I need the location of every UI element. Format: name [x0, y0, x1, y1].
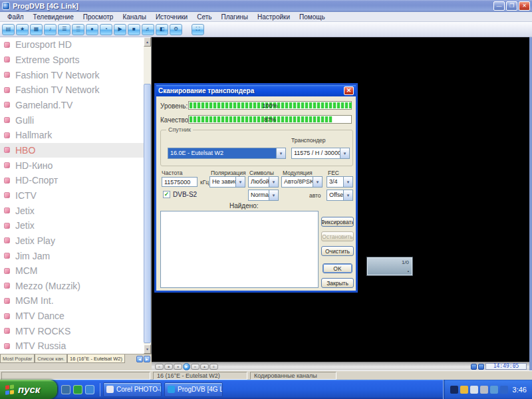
dialog-close-button[interactable]: Закрыть	[321, 278, 354, 288]
menu-item[interactable]: Помощь	[295, 13, 330, 21]
symbols-select[interactable]: Любой▼	[248, 176, 279, 188]
channel-row[interactable]: HD-Кино	[0, 158, 144, 173]
epg-button[interactable]: ▒	[72, 24, 84, 35]
player-button[interactable]: ■	[164, 364, 173, 370]
menu-item[interactable]: Файл	[3, 13, 29, 21]
rolloff-select[interactable]: Normal▼	[248, 190, 279, 201]
ie-icon[interactable]	[61, 385, 70, 394]
teletext-button[interactable]: ☰	[58, 24, 70, 35]
satellite-select[interactable]: 16.0E - Eutelsat W2▼	[168, 148, 286, 159]
polarization-select[interactable]: Не завис.▼	[209, 176, 245, 188]
channel-row[interactable]: Eurosport HD	[0, 37, 144, 53]
channel-row[interactable]: Gulli	[0, 112, 144, 128]
mute-button[interactable]: ♬	[142, 24, 154, 35]
desktop-icon[interactable]	[85, 385, 94, 394]
volume-icon[interactable]	[480, 386, 488, 394]
antivirus-icon[interactable]	[460, 386, 468, 394]
stop-button[interactable]: ■	[128, 24, 140, 35]
settings-button[interactable]: ⚙	[170, 24, 182, 35]
video-button[interactable]: ▦	[30, 24, 43, 35]
scan-transponder-dialog: Сканирование транспондера ✕ Уровень: 100…	[154, 83, 358, 293]
channel-row[interactable]: Jim Jam	[0, 248, 144, 263]
media-player-icon[interactable]	[73, 385, 82, 394]
channel-name: HBO	[15, 145, 35, 156]
channel-row[interactable]: MTV Dance	[0, 309, 144, 324]
channel-list-scrollbar[interactable]: ▲ ▼	[144, 37, 151, 354]
channel-row[interactable]: Fashion TV Network	[0, 82, 144, 98]
task-button[interactable]: ProgDVB [4G Link]	[164, 382, 223, 397]
channel-row[interactable]: MCM	[0, 263, 144, 279]
record-button[interactable]: ●	[86, 24, 98, 35]
mini-list-icon[interactable]	[478, 364, 484, 370]
mini-epg-icon[interactable]	[471, 364, 477, 370]
snapshot-button[interactable]: ◧	[156, 24, 168, 35]
channel-icon	[4, 147, 10, 153]
channel-row[interactable]: HD-Спорт	[0, 173, 144, 188]
channel-row[interactable]: Fashion TV Network	[0, 67, 144, 82]
channels-button[interactable]: ▤	[2, 24, 15, 35]
tab-channel-list[interactable]: Список кан.	[35, 354, 67, 363]
player-button[interactable]: »	[191, 364, 200, 370]
audio-button[interactable]: ♪	[44, 24, 57, 35]
dialog-close-icon[interactable]: ✕	[344, 86, 354, 95]
channel-row[interactable]: Mezzo (Muzzik)	[0, 279, 144, 294]
player-button[interactable]: «	[155, 364, 164, 370]
menu-item[interactable]: Просмотр	[78, 13, 118, 21]
player-button[interactable]: ▶	[183, 363, 190, 370]
network-monitor-icon[interactable]	[450, 386, 458, 394]
scrollbar-thumb[interactable]	[144, 84, 151, 343]
display-icon[interactable]	[490, 386, 498, 394]
modulation-select[interactable]: Авто/8PSK▼	[281, 176, 323, 188]
channel-row[interactable]: HBO	[0, 143, 144, 158]
menu-item[interactable]: Телевидение	[29, 13, 78, 21]
tab-satellite[interactable]: 16 (16°E - Eutelsat W2)	[67, 354, 125, 363]
frequency-input[interactable]: 11575000	[162, 177, 198, 187]
channel-row[interactable]: Hallmark	[0, 128, 144, 143]
task-button[interactable]: Corel PHOTO-PAINT	[103, 382, 162, 397]
channel-row[interactable]: Gameland.TV	[0, 98, 144, 113]
ok-button[interactable]: OK	[323, 263, 352, 273]
menu-item[interactable]: Каналы	[118, 13, 151, 21]
channel-row[interactable]: MTV Russia	[0, 338, 144, 354]
fec-select[interactable]: 3/4▼	[327, 176, 353, 188]
menu-item[interactable]: Настройки	[253, 13, 295, 21]
auto-label: авто	[309, 192, 321, 199]
tabs-right-icon[interactable]: ▶	[144, 356, 150, 362]
player-button[interactable]: ▲	[200, 364, 209, 370]
minimize-button[interactable]: —	[493, 1, 505, 11]
scroll-up-icon[interactable]: ▲	[144, 37, 151, 47]
scroll-down-icon[interactable]: ▼	[144, 344, 151, 354]
channel-row[interactable]: MTV ROCKS	[0, 323, 144, 338]
tabs-left-icon[interactable]: ◀	[136, 356, 143, 362]
timeshift-button[interactable]: ◔	[100, 24, 112, 35]
channel-row[interactable]: ICTV	[0, 188, 144, 203]
stop-button[interactable]: Остановить	[321, 231, 354, 241]
tab-most-popular[interactable]: Most Popular	[0, 354, 35, 363]
start-button[interactable]: пуск	[0, 380, 57, 399]
offset-select[interactable]: Offset▼	[327, 190, 353, 201]
close-button[interactable]: ✕	[519, 1, 530, 11]
channel-row[interactable]: Jetix	[0, 218, 144, 233]
channel-row[interactable]: Extreme Sports	[0, 53, 144, 68]
clear-button[interactable]: Очистить	[321, 246, 354, 256]
player-button[interactable]: ≡	[209, 364, 218, 370]
update-icon[interactable]	[470, 386, 478, 394]
dvbs2-checkbox[interactable]: ✓ DVB-S2	[163, 191, 197, 198]
messenger-icon[interactable]	[500, 386, 508, 394]
channel-icon	[4, 283, 10, 289]
menu-item[interactable]: Сеть	[192, 13, 216, 21]
channel-icon	[4, 178, 10, 184]
fullscreen-button[interactable]: ⛶	[192, 24, 204, 35]
player-button[interactable]: ●	[174, 364, 182, 370]
channel-row[interactable]: Jetix Play	[0, 233, 144, 249]
transponder-select[interactable]: 11575 / H / 30000▼	[291, 148, 350, 159]
favorites-button[interactable]: ★	[16, 24, 29, 35]
restore-button[interactable]: ❐	[506, 1, 517, 11]
channel-row[interactable]: Jetix	[0, 203, 144, 218]
menu-item[interactable]: Плагины	[216, 13, 253, 21]
fix-button[interactable]: Фиксировать	[321, 217, 354, 227]
play-button[interactable]: ▶	[114, 24, 126, 35]
menu-item[interactable]: Источники	[151, 13, 192, 21]
channel-row[interactable]: MGM Int.	[0, 293, 144, 309]
results-listbox[interactable]	[160, 211, 319, 288]
